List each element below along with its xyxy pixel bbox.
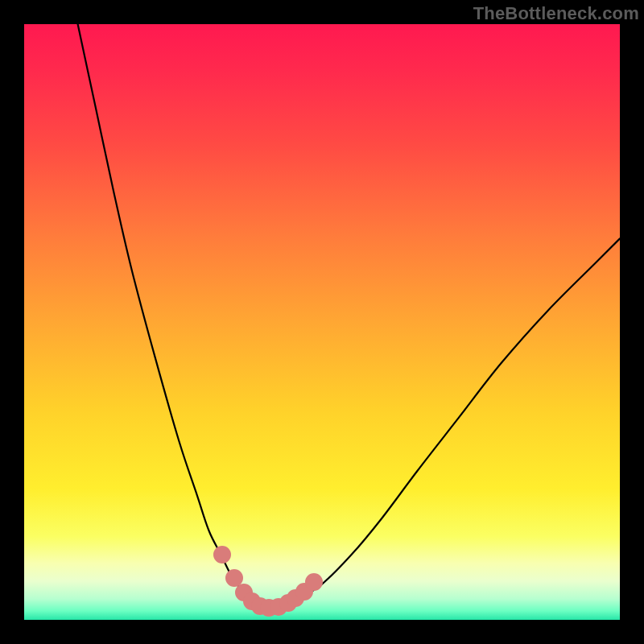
- bottleneck-curve: [24, 24, 620, 620]
- plot-area: [24, 24, 620, 620]
- highlight-dot: [305, 573, 323, 591]
- chart-frame: TheBottleneck.com: [0, 0, 644, 644]
- watermark-text: TheBottleneck.com: [473, 3, 639, 24]
- highlight-dot: [213, 546, 231, 564]
